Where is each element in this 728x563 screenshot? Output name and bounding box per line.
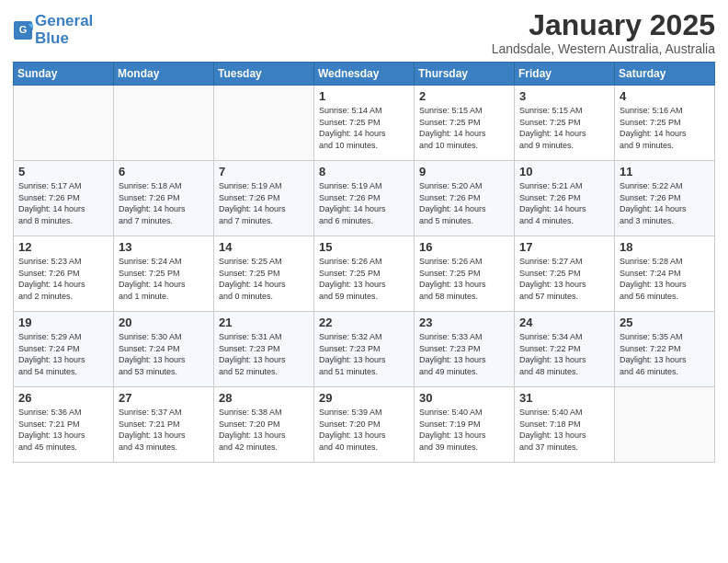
day-info: Sunrise: 5:22 AM Sunset: 7:26 PM Dayligh… [620, 180, 710, 226]
calendar-cell: 19Sunrise: 5:29 AM Sunset: 7:24 PM Dayli… [14, 312, 114, 387]
title-block: January 2025 Landsdale, Western Australi… [492, 9, 715, 56]
calendar-cell [114, 86, 214, 161]
day-number: 5 [18, 165, 108, 178]
day-number: 1 [319, 89, 409, 103]
month-title: January 2025 [492, 9, 715, 41]
calendar-cell: 13Sunrise: 5:24 AM Sunset: 7:25 PM Dayli… [114, 236, 214, 312]
calendar-cell: 16Sunrise: 5:26 AM Sunset: 7:25 PM Dayli… [415, 236, 515, 312]
weekday-header: Monday [114, 63, 214, 86]
calendar-week-row: 26Sunrise: 5:36 AM Sunset: 7:21 PM Dayli… [14, 387, 715, 463]
logo: G General Blue [13, 13, 93, 47]
day-number: 3 [519, 89, 609, 103]
calendar-week-row: 5Sunrise: 5:17 AM Sunset: 7:26 PM Daylig… [14, 161, 715, 236]
day-number: 28 [219, 391, 309, 405]
day-number: 8 [319, 165, 409, 178]
calendar-cell: 18Sunrise: 5:28 AM Sunset: 7:24 PM Dayli… [615, 236, 715, 312]
day-info: Sunrise: 5:15 AM Sunset: 7:25 PM Dayligh… [419, 105, 509, 151]
calendar-cell: 28Sunrise: 5:38 AM Sunset: 7:20 PM Dayli… [214, 387, 314, 463]
page: G General Blue January 2025 Landsdale, W… [0, 0, 728, 563]
calendar-body: 1Sunrise: 5:14 AM Sunset: 7:25 PM Daylig… [14, 86, 715, 463]
day-info: Sunrise: 5:26 AM Sunset: 7:25 PM Dayligh… [319, 256, 409, 302]
calendar-cell: 26Sunrise: 5:36 AM Sunset: 7:21 PM Dayli… [14, 387, 114, 463]
calendar-cell: 20Sunrise: 5:30 AM Sunset: 7:24 PM Dayli… [114, 312, 214, 387]
day-number: 29 [319, 391, 409, 405]
day-number: 24 [519, 316, 609, 329]
day-info: Sunrise: 5:21 AM Sunset: 7:26 PM Dayligh… [519, 180, 609, 226]
day-info: Sunrise: 5:32 AM Sunset: 7:23 PM Dayligh… [319, 331, 409, 377]
day-number: 2 [419, 89, 509, 103]
day-number: 17 [519, 240, 609, 254]
calendar-cell: 7Sunrise: 5:19 AM Sunset: 7:26 PM Daylig… [214, 161, 314, 236]
day-number: 13 [119, 240, 209, 254]
day-number: 27 [119, 391, 209, 405]
day-info: Sunrise: 5:24 AM Sunset: 7:25 PM Dayligh… [119, 256, 209, 302]
weekday-header: Sunday [14, 63, 114, 86]
calendar-week-row: 19Sunrise: 5:29 AM Sunset: 7:24 PM Dayli… [14, 312, 715, 387]
day-number: 18 [620, 240, 710, 254]
day-info: Sunrise: 5:35 AM Sunset: 7:22 PM Dayligh… [620, 331, 710, 377]
calendar-cell: 31Sunrise: 5:40 AM Sunset: 7:18 PM Dayli… [515, 387, 615, 463]
day-number: 20 [119, 316, 209, 329]
day-info: Sunrise: 5:31 AM Sunset: 7:23 PM Dayligh… [219, 331, 309, 377]
day-info: Sunrise: 5:15 AM Sunset: 7:25 PM Dayligh… [519, 105, 609, 151]
calendar-week-row: 12Sunrise: 5:23 AM Sunset: 7:26 PM Dayli… [14, 236, 715, 312]
calendar-cell: 24Sunrise: 5:34 AM Sunset: 7:22 PM Dayli… [515, 312, 615, 387]
day-number: 14 [219, 240, 309, 254]
calendar-header: SundayMondayTuesdayWednesdayThursdayFrid… [14, 63, 715, 86]
calendar-cell: 14Sunrise: 5:25 AM Sunset: 7:25 PM Dayli… [214, 236, 314, 312]
calendar-cell: 30Sunrise: 5:40 AM Sunset: 7:19 PM Dayli… [415, 387, 515, 463]
day-number: 16 [419, 240, 509, 254]
svg-text:G: G [19, 24, 28, 35]
calendar-cell: 10Sunrise: 5:21 AM Sunset: 7:26 PM Dayli… [515, 161, 615, 236]
day-info: Sunrise: 5:23 AM Sunset: 7:26 PM Dayligh… [18, 256, 108, 302]
day-number: 26 [18, 391, 108, 405]
day-info: Sunrise: 5:40 AM Sunset: 7:18 PM Dayligh… [519, 407, 609, 453]
day-number: 4 [620, 89, 710, 103]
day-info: Sunrise: 5:38 AM Sunset: 7:20 PM Dayligh… [219, 407, 309, 453]
calendar-cell: 4Sunrise: 5:16 AM Sunset: 7:25 PM Daylig… [615, 86, 715, 161]
day-number: 25 [620, 316, 710, 329]
calendar-cell: 5Sunrise: 5:17 AM Sunset: 7:26 PM Daylig… [14, 161, 114, 236]
weekday-header: Wednesday [314, 63, 415, 86]
day-info: Sunrise: 5:30 AM Sunset: 7:24 PM Dayligh… [119, 331, 209, 377]
calendar-cell: 3Sunrise: 5:15 AM Sunset: 7:25 PM Daylig… [515, 86, 615, 161]
weekday-header: Friday [515, 63, 615, 86]
logo-line2: Blue [35, 29, 69, 47]
calendar-cell: 2Sunrise: 5:15 AM Sunset: 7:25 PM Daylig… [415, 86, 515, 161]
day-info: Sunrise: 5:14 AM Sunset: 7:25 PM Dayligh… [319, 105, 409, 151]
logo-line1: General [35, 12, 93, 29]
calendar-cell: 11Sunrise: 5:22 AM Sunset: 7:26 PM Dayli… [615, 161, 715, 236]
calendar-cell: 1Sunrise: 5:14 AM Sunset: 7:25 PM Daylig… [314, 86, 415, 161]
day-info: Sunrise: 5:28 AM Sunset: 7:24 PM Dayligh… [620, 256, 710, 302]
day-info: Sunrise: 5:17 AM Sunset: 7:26 PM Dayligh… [18, 180, 108, 226]
day-number: 11 [620, 165, 710, 178]
logo-icon: G [13, 20, 33, 40]
day-number: 6 [119, 165, 209, 178]
weekday-header-row: SundayMondayTuesdayWednesdayThursdayFrid… [14, 63, 715, 86]
calendar: SundayMondayTuesdayWednesdayThursdayFrid… [13, 62, 715, 463]
calendar-cell: 21Sunrise: 5:31 AM Sunset: 7:23 PM Dayli… [214, 312, 314, 387]
day-info: Sunrise: 5:34 AM Sunset: 7:22 PM Dayligh… [519, 331, 609, 377]
day-number: 21 [219, 316, 309, 329]
day-info: Sunrise: 5:20 AM Sunset: 7:26 PM Dayligh… [419, 180, 509, 226]
calendar-cell: 23Sunrise: 5:33 AM Sunset: 7:23 PM Dayli… [415, 312, 515, 387]
logo-text: General Blue [35, 13, 93, 47]
header-row: G General Blue January 2025 Landsdale, W… [13, 9, 715, 56]
calendar-week-row: 1Sunrise: 5:14 AM Sunset: 7:25 PM Daylig… [14, 86, 715, 161]
location-title: Landsdale, Western Australia, Australia [492, 41, 715, 56]
day-info: Sunrise: 5:33 AM Sunset: 7:23 PM Dayligh… [419, 331, 509, 377]
calendar-cell: 12Sunrise: 5:23 AM Sunset: 7:26 PM Dayli… [14, 236, 114, 312]
day-number: 30 [419, 391, 509, 405]
day-number: 23 [419, 316, 509, 329]
calendar-cell: 25Sunrise: 5:35 AM Sunset: 7:22 PM Dayli… [615, 312, 715, 387]
weekday-header: Tuesday [214, 63, 314, 86]
calendar-cell: 29Sunrise: 5:39 AM Sunset: 7:20 PM Dayli… [314, 387, 415, 463]
day-info: Sunrise: 5:18 AM Sunset: 7:26 PM Dayligh… [119, 180, 209, 226]
calendar-cell: 27Sunrise: 5:37 AM Sunset: 7:21 PM Dayli… [114, 387, 214, 463]
calendar-cell: 8Sunrise: 5:19 AM Sunset: 7:26 PM Daylig… [314, 161, 415, 236]
calendar-cell [214, 86, 314, 161]
calendar-cell: 22Sunrise: 5:32 AM Sunset: 7:23 PM Dayli… [314, 312, 415, 387]
day-number: 19 [18, 316, 108, 329]
day-number: 12 [18, 240, 108, 254]
calendar-cell [615, 387, 715, 463]
